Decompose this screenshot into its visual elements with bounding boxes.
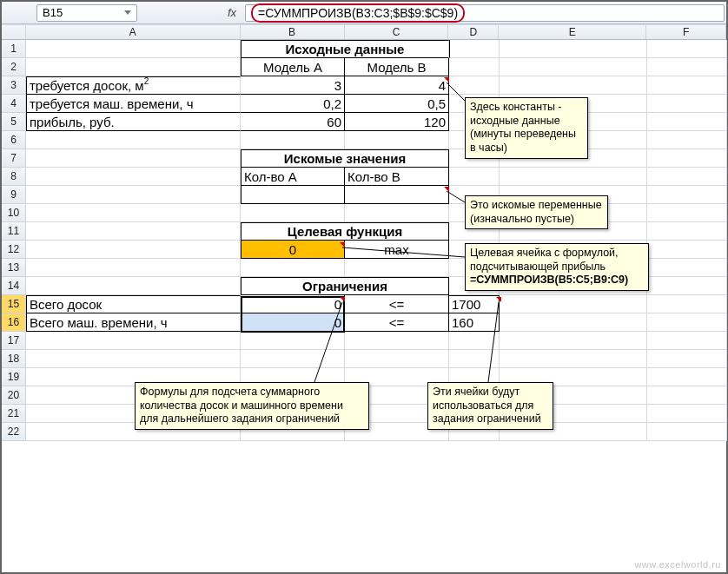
cell-B12[interactable]: 0: [241, 241, 345, 259]
cell-B11C11[interactable]: Целевая функция: [241, 222, 449, 241]
cell-C8[interactable]: Кол-во B: [345, 168, 449, 186]
cell-D1[interactable]: [449, 40, 500, 58]
cell-F7[interactable]: [647, 149, 727, 168]
cell-C18[interactable]: [345, 350, 449, 368]
cell-E1[interactable]: [500, 40, 647, 58]
cell-A12[interactable]: [26, 241, 241, 259]
grid[interactable]: Исходные данные Модель A Модель B требуе…: [26, 40, 727, 441]
row-header-16[interactable]: 16: [2, 313, 26, 332]
cell-B7C7[interactable]: Искомые значения: [241, 149, 449, 168]
cell-B10[interactable]: [241, 204, 345, 222]
cell-A5[interactable]: прибыль, руб.: [26, 113, 241, 131]
col-header-D[interactable]: D: [448, 25, 499, 39]
cell-A10[interactable]: [26, 204, 241, 222]
cell-D18[interactable]: [449, 350, 500, 368]
cell-F5[interactable]: [647, 113, 727, 131]
row-header-2[interactable]: 2: [2, 58, 26, 76]
cell-B1C1[interactable]: Исходные данные: [241, 40, 449, 58]
cell-C3[interactable]: 4: [345, 76, 449, 95]
cell-A6[interactable]: [26, 131, 241, 149]
cell-F10[interactable]: [647, 204, 727, 222]
cell-B6[interactable]: [241, 131, 345, 149]
cell-D16[interactable]: 160: [449, 313, 500, 332]
row-header-4[interactable]: 4: [2, 95, 26, 113]
row-header-22[interactable]: 22: [2, 423, 26, 441]
cell-D17[interactable]: [449, 332, 500, 350]
cell-F12[interactable]: [647, 241, 727, 259]
cell-E16[interactable]: [500, 313, 647, 332]
fx-icon[interactable]: fx: [224, 6, 240, 19]
cell-A18[interactable]: [26, 350, 241, 368]
cell-F11[interactable]: [647, 222, 727, 241]
cell-B16[interactable]: 0: [241, 313, 345, 332]
cell-C9[interactable]: [345, 186, 449, 204]
cell-F18[interactable]: [647, 350, 727, 368]
row-header-20[interactable]: 20: [2, 386, 26, 405]
cell-C6[interactable]: [345, 131, 449, 149]
cell-C16[interactable]: <=: [345, 313, 449, 332]
formula-input[interactable]: =СУММПРОИЗВ(B3:C3;$B$9:$C$9): [245, 4, 725, 22]
cell-F14[interactable]: [647, 277, 727, 295]
row-header-13[interactable]: 13: [2, 259, 26, 277]
cell-B4[interactable]: 0,2: [241, 95, 345, 113]
cell-F8[interactable]: [647, 168, 727, 186]
cell-A16[interactable]: Всего маш. времени, ч: [26, 313, 241, 332]
cell-A11[interactable]: [26, 222, 241, 241]
row-header-18[interactable]: 18: [2, 350, 26, 368]
cell-D3[interactable]: [449, 76, 500, 95]
row-header-14[interactable]: 14: [2, 277, 26, 295]
cell-A14[interactable]: [26, 277, 241, 295]
cell-C13[interactable]: [345, 259, 449, 277]
row-header-9[interactable]: 9: [2, 186, 26, 204]
col-header-E[interactable]: E: [499, 25, 646, 39]
cell-C4[interactable]: 0,5: [345, 95, 449, 113]
cell-B15[interactable]: 0: [241, 295, 345, 313]
cell-A17[interactable]: [26, 332, 241, 350]
select-all-corner[interactable]: [2, 25, 26, 39]
cell-F19[interactable]: [647, 368, 727, 386]
cell-E8[interactable]: [500, 168, 647, 186]
cell-B9[interactable]: [241, 186, 345, 204]
cell-D15[interactable]: 1700: [449, 295, 500, 313]
cell-F9[interactable]: [647, 186, 727, 204]
row-header-5[interactable]: 5: [2, 113, 26, 131]
cell-F3[interactable]: [647, 76, 727, 95]
cell-F4[interactable]: [647, 95, 727, 113]
cell-E17[interactable]: [500, 332, 647, 350]
row-header-19[interactable]: 19: [2, 368, 26, 386]
cell-C15[interactable]: <=: [345, 295, 449, 313]
row-header-6[interactable]: 6: [2, 131, 26, 149]
row-header-17[interactable]: 17: [2, 332, 26, 350]
row-header-1[interactable]: 1: [2, 40, 26, 58]
row-header-21[interactable]: 21: [2, 405, 26, 423]
cell-A7[interactable]: [26, 149, 241, 168]
row-header-15[interactable]: 15: [2, 295, 26, 313]
cell-B3[interactable]: 3: [241, 76, 345, 95]
cell-B13[interactable]: [241, 259, 345, 277]
name-box[interactable]: B15: [36, 4, 137, 22]
cell-B18[interactable]: [241, 350, 345, 368]
cell-A8[interactable]: [26, 168, 241, 186]
cell-B17[interactable]: [241, 332, 345, 350]
cell-E18[interactable]: [500, 350, 647, 368]
row-header-10[interactable]: 10: [2, 204, 26, 222]
cell-C5[interactable]: 120: [345, 113, 449, 131]
cell-F1[interactable]: [647, 40, 727, 58]
cell-E3[interactable]: [500, 76, 647, 95]
cell-B14C14[interactable]: Ограничения: [241, 277, 449, 295]
cell-A9[interactable]: [26, 186, 241, 204]
col-header-C[interactable]: C: [345, 25, 449, 39]
dropdown-icon[interactable]: [124, 10, 131, 15]
row-header-8[interactable]: 8: [2, 168, 26, 186]
cell-F22[interactable]: [647, 423, 727, 441]
cell-A2[interactable]: [26, 58, 241, 76]
cell-C17[interactable]: [345, 332, 449, 350]
row-header-11[interactable]: 11: [2, 222, 26, 241]
col-header-B[interactable]: B: [241, 25, 345, 39]
cell-C12[interactable]: max: [345, 241, 449, 259]
cell-A3[interactable]: требуется досок, м2: [26, 76, 241, 95]
cell-F20[interactable]: [647, 386, 727, 405]
cell-A15[interactable]: Всего досок: [26, 295, 241, 313]
row-header-3[interactable]: 3: [2, 76, 26, 95]
cell-C10[interactable]: [345, 204, 449, 222]
